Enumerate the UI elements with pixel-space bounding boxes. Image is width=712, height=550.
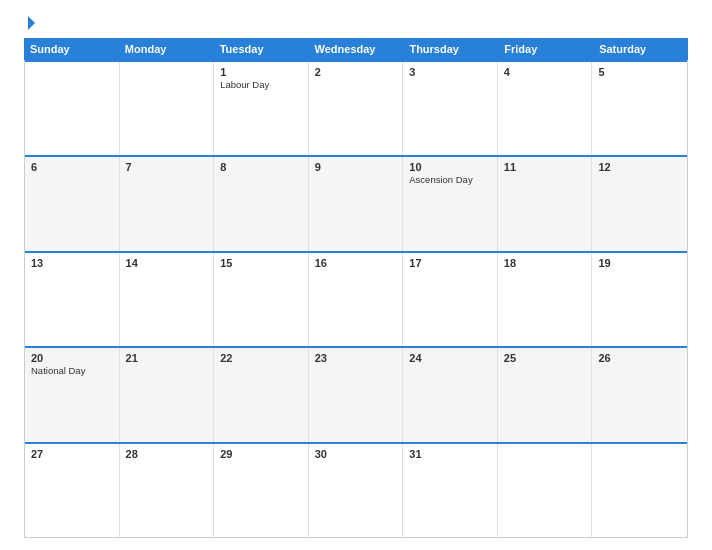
day-number: 5 [598,66,681,78]
calendar-cell: 13 [25,253,120,346]
calendar-cell: 18 [498,253,593,346]
header-thursday: Thursday [403,38,498,60]
calendar-cell: 6 [25,157,120,250]
calendar-cell: 14 [120,253,215,346]
logo-blue-text [24,18,35,30]
holiday-name: National Day [31,365,113,377]
calendar-week-2: 678910Ascension Day1112 [25,155,687,250]
calendar-cell [592,444,687,537]
day-number: 25 [504,352,586,364]
header-tuesday: Tuesday [214,38,309,60]
calendar-page: Sunday Monday Tuesday Wednesday Thursday… [0,0,712,550]
day-number: 16 [315,257,397,269]
calendar-cell: 22 [214,348,309,441]
calendar-header-row: Sunday Monday Tuesday Wednesday Thursday… [24,38,688,60]
header-wednesday: Wednesday [309,38,404,60]
calendar-body: 1Labour Day2345678910Ascension Day111213… [24,60,688,538]
calendar-cell: 31 [403,444,498,537]
calendar-cell [120,62,215,155]
header-friday: Friday [498,38,593,60]
calendar-cell: 8 [214,157,309,250]
day-number: 2 [315,66,397,78]
calendar-cell: 16 [309,253,404,346]
logo [24,18,35,30]
calendar-cell [498,444,593,537]
calendar-cell [25,62,120,155]
header-saturday: Saturday [593,38,688,60]
calendar-cell: 1Labour Day [214,62,309,155]
day-number: 27 [31,448,113,460]
day-number: 3 [409,66,491,78]
day-number: 11 [504,161,586,173]
calendar-cell: 10Ascension Day [403,157,498,250]
day-number: 18 [504,257,586,269]
calendar-cell: 4 [498,62,593,155]
day-number: 24 [409,352,491,364]
calendar-cell: 26 [592,348,687,441]
day-number: 28 [126,448,208,460]
day-number: 29 [220,448,302,460]
calendar-cell: 5 [592,62,687,155]
calendar-week-3: 13141516171819 [25,251,687,346]
logo-triangle-icon [28,16,35,30]
day-number: 4 [504,66,586,78]
day-number: 26 [598,352,681,364]
calendar-cell: 12 [592,157,687,250]
calendar-cell: 24 [403,348,498,441]
calendar-cell: 7 [120,157,215,250]
day-number: 20 [31,352,113,364]
day-number: 17 [409,257,491,269]
calendar-cell: 19 [592,253,687,346]
day-number: 30 [315,448,397,460]
calendar-cell: 15 [214,253,309,346]
day-number: 19 [598,257,681,269]
header-monday: Monday [119,38,214,60]
day-number: 12 [598,161,681,173]
calendar-cell: 11 [498,157,593,250]
day-number: 7 [126,161,208,173]
calendar-cell: 29 [214,444,309,537]
calendar-cell: 25 [498,348,593,441]
header-sunday: Sunday [24,38,119,60]
calendar-cell: 21 [120,348,215,441]
day-number: 9 [315,161,397,173]
calendar-cell: 3 [403,62,498,155]
calendar-week-4: 20National Day212223242526 [25,346,687,441]
day-number: 14 [126,257,208,269]
day-number: 10 [409,161,491,173]
day-number: 23 [315,352,397,364]
day-number: 6 [31,161,113,173]
day-number: 15 [220,257,302,269]
day-number: 21 [126,352,208,364]
day-number: 8 [220,161,302,173]
calendar-cell: 27 [25,444,120,537]
calendar-cell: 20National Day [25,348,120,441]
calendar-cell: 9 [309,157,404,250]
holiday-name: Labour Day [220,79,302,91]
day-number: 13 [31,257,113,269]
holiday-name: Ascension Day [409,174,491,186]
calendar-cell: 2 [309,62,404,155]
calendar-cell: 28 [120,444,215,537]
calendar: Sunday Monday Tuesday Wednesday Thursday… [24,38,688,538]
header [24,18,688,30]
day-number: 22 [220,352,302,364]
calendar-cell: 17 [403,253,498,346]
calendar-cell: 30 [309,444,404,537]
calendar-week-1: 1Labour Day2345 [25,60,687,155]
day-number: 31 [409,448,491,460]
calendar-cell: 23 [309,348,404,441]
day-number: 1 [220,66,302,78]
calendar-week-5: 2728293031 [25,442,687,537]
